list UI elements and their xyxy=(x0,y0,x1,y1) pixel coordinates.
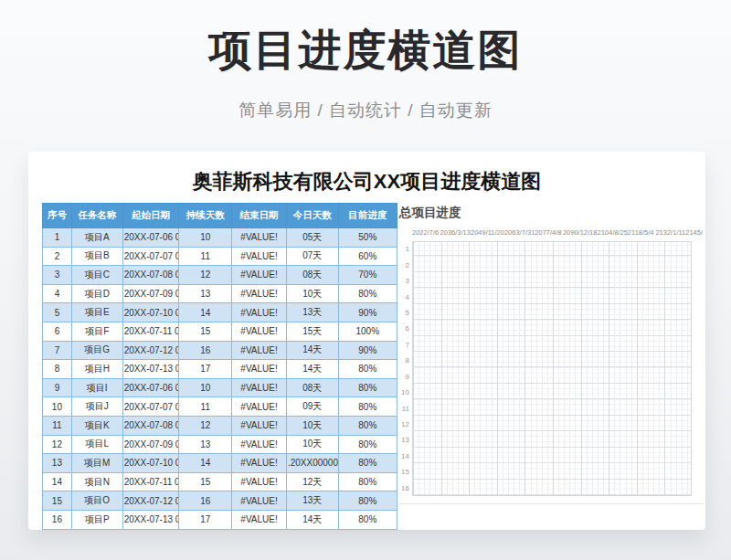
table-cell-progress: 80% xyxy=(338,454,397,473)
page-subtitle: 简单易用 / 自动统计 / 自动更新 xyxy=(0,99,731,122)
table-cell-seq: 2 xyxy=(43,247,72,266)
table-cell-start: 20XX-07-08 00:00:00 xyxy=(122,266,179,285)
table-cell-seq: 7 xyxy=(43,341,72,360)
table-cell-end: #VALUE! xyxy=(232,284,287,303)
chart-row-label: 7 xyxy=(399,337,412,353)
table-cell-name: 项目D xyxy=(71,284,122,303)
chart-row-label: 6 xyxy=(399,321,412,336)
chart-row-label: 13 xyxy=(399,432,412,448)
table-cell-start: 20XX-07-10 00:00:00 xyxy=(122,303,179,322)
x-tick-label: 2036/3/13 xyxy=(440,228,471,238)
table-row: 13项目M20XX-07-10 00:00:0014#VALUE!.20XX00… xyxy=(43,454,397,473)
table-cell-duration: 11 xyxy=(179,247,232,266)
table-cell-start: 20XX-07-13 00:00:00 xyxy=(122,360,179,379)
template-preview-page: 项目进度横道图 简单易用 / 自动统计 / 自动更新 奥菲斯科技有限公司XX项目… xyxy=(0,0,731,560)
table-cell-end: #VALUE! xyxy=(232,416,287,435)
table-cell-end: #VALUE! xyxy=(232,435,287,454)
x-tick-label: 2104/8/25 xyxy=(597,228,627,238)
table-cell-start: 20XX-07-11 00:00:00 xyxy=(122,322,179,341)
table-row: 12项目L20XX-07-09 00:00:0013#VALUE!10天80% xyxy=(43,435,397,454)
table-cell-seq: 5 xyxy=(43,303,72,322)
chart-row-label: 12 xyxy=(399,417,412,432)
table-cell-progress: 60% xyxy=(338,247,397,266)
table-cell-name: 项目M xyxy=(71,454,122,473)
table-cell-today: 14天 xyxy=(286,510,338,529)
table-cell-duration: 12 xyxy=(179,416,232,435)
table-cell-today: 10天 xyxy=(286,416,338,435)
table-cell-duration: 14 xyxy=(179,454,232,473)
x-tick-label: 2118/5/4 xyxy=(628,228,656,238)
table-row: 7项目G20XX-07-12 00:00:0016#VALUE!14天90% xyxy=(43,341,397,360)
page-title: 项目进度横道图 xyxy=(0,22,731,79)
table-header-cell: 序号 xyxy=(43,204,72,228)
table-cell-name: 项目G xyxy=(71,341,122,360)
table-cell-end: #VALUE! xyxy=(232,397,287,417)
table-header-cell: 结束日期 xyxy=(232,204,287,228)
chart-row-label: 16 xyxy=(399,481,412,496)
table-cell-duration: 15 xyxy=(179,322,232,341)
table-cell-start: 20XX-07-09 00:00:00 xyxy=(122,435,179,454)
table-cell-start: 20XX-07-09 00:00:00 xyxy=(122,284,179,303)
table-cell-name: 项目A xyxy=(71,228,122,248)
chart-row-label: 3 xyxy=(399,273,412,289)
table-cell-start: 20XX-07-10 00:00:00 xyxy=(122,454,179,473)
table-cell-duration: 12 xyxy=(179,266,232,285)
table-cell-today: 14天 xyxy=(286,341,338,360)
chart-row-label: 15 xyxy=(399,464,412,480)
table-row: 10项目J20XX-07-07 00:00:0011#VALUE!09天80% xyxy=(43,397,397,417)
table-cell-end: #VALUE! xyxy=(232,360,287,379)
table-cell-name: 项目P xyxy=(71,510,122,529)
table-header-cell: 持续天数 xyxy=(179,204,232,228)
table-cell-end: #VALUE! xyxy=(232,266,287,285)
table-cell-today: 15天 xyxy=(286,322,338,341)
table-cell-end: #VALUE! xyxy=(232,303,287,322)
table-cell-seq: 14 xyxy=(43,472,72,491)
table-cell-seq: 10 xyxy=(43,397,72,417)
table-row: 2项目B20XX-07-07 00:00:0011#VALUE!07天60% xyxy=(43,247,397,266)
table-cell-name: 项目I xyxy=(71,378,122,397)
table-cell-today: 14天 xyxy=(286,360,338,379)
table-cell-progress: 80% xyxy=(338,284,397,303)
table-cell-start: 20XX-07-12 00:00:00 xyxy=(122,491,179,511)
table-cell-seq: 6 xyxy=(43,322,72,341)
table-cell-name: 项目L xyxy=(71,435,122,454)
table-cell-seq: 1 xyxy=(43,228,72,248)
table-header-row: 序号任务名称起始日期持续天数结束日期今日天数目前进度 xyxy=(43,204,397,228)
table-cell-name: 项目H xyxy=(71,360,122,379)
table-cell-start: 20XX-07-07 00:00:00 xyxy=(122,247,179,266)
table-cell-seq: 16 xyxy=(43,510,72,529)
gantt-grid xyxy=(412,241,692,496)
table-cell-name: 项目K xyxy=(71,416,122,435)
table-cell-end: #VALUE! xyxy=(232,228,287,248)
table-cell-duration: 16 xyxy=(179,491,232,511)
table-row: 6项目F20XX-07-11 00:00:0015#VALUE!15天100% xyxy=(43,322,397,341)
table-cell-seq: 3 xyxy=(43,266,72,285)
table-cell-duration: 17 xyxy=(179,510,232,529)
table-cell-today: 08天 xyxy=(286,266,338,285)
table-row: 16项目P20XX-07-13 00:00:0017#VALUE!14天80% xyxy=(43,510,397,529)
table-header-cell: 今日天数 xyxy=(286,204,338,228)
table-header-cell: 任务名称 xyxy=(71,204,122,228)
chart-row-label: 11 xyxy=(399,400,412,416)
table-cell-name: 项目C xyxy=(71,266,122,285)
chart-body: 12345678910111213141516 xyxy=(399,241,703,496)
table-body: 1项目A20XX-07-06 00:00:0010#VALUE!05天50%2项… xyxy=(43,228,397,530)
x-tick-label: 2145/9/19 xyxy=(685,228,703,238)
table-cell-today: 09天 xyxy=(286,397,338,417)
table-cell-progress: 70% xyxy=(338,266,397,285)
table-cell-end: #VALUE! xyxy=(232,491,287,511)
table-cell-duration: 14 xyxy=(179,303,232,322)
table-cell-progress: 100% xyxy=(338,322,397,341)
table-cell-today: 07天 xyxy=(286,247,338,266)
table-cell-start: 20XX-07-08 00:00:00 xyxy=(122,416,179,435)
table-cell-duration: 11 xyxy=(179,397,232,417)
table-cell-end: #VALUE! xyxy=(232,510,287,529)
table-cell-name: 项目B xyxy=(71,247,122,266)
x-tick-label: 2063/7/31 xyxy=(504,228,535,238)
table-cell-duration: 17 xyxy=(179,360,232,379)
table-cell-progress: 90% xyxy=(338,341,397,360)
table-cell-today: 08天 xyxy=(286,378,338,397)
table-cell-start: 20XX-07-11 00:00:00 xyxy=(122,472,179,491)
table-cell-seq: 11 xyxy=(43,416,72,435)
chart-row-label: 1 xyxy=(399,241,412,257)
